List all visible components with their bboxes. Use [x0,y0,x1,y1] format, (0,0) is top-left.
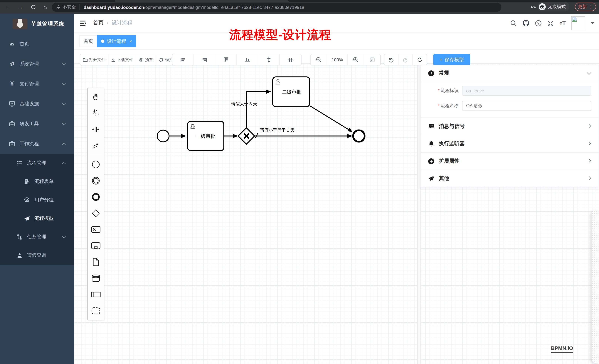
dashboard-icon [9,41,15,47]
global-connect-tool[interactable] [88,137,104,154]
sequence-flow-gt3[interactable] [247,92,271,128]
search-icon[interactable] [510,20,517,26]
sidebar-item-user-group[interactable]: 用户分组 [0,191,74,209]
sidebar-item-payment[interactable]: ¥ 支付管理 [0,74,74,94]
sidebar-item-workflow[interactable]: 工作流程 [0,134,74,154]
process-name-input[interactable] [462,101,591,111]
create-group[interactable] [88,303,104,319]
lasso-tool[interactable] [88,105,104,121]
panel-section-other[interactable]: 其他 [421,170,599,187]
panel-section-extensions[interactable]: 扩展属性 [421,152,599,170]
forward-icon[interactable]: → [16,2,26,12]
panel-section-listeners[interactable]: 执行监听器 [421,135,599,152]
download-file-label: 下载文件 [117,57,133,62]
message-icon [428,123,434,129]
undo-icon[interactable] [384,54,398,65]
panel-section-messages[interactable]: 消息与信号 [421,118,599,135]
download-icon [111,58,115,62]
create-data-store[interactable] [88,270,104,286]
tag-design-process[interactable]: 设计流程 × [97,35,136,47]
browser-tab[interactable] [115,0,289,2]
chevron-up-icon [62,162,66,164]
chevron-down-icon [587,70,591,76]
sidebar-item-leave-query[interactable]: 请假查询 [0,246,74,265]
breadcrumb-home[interactable]: 首页 [93,20,104,26]
open-file-button[interactable]: 打开文件 [80,54,108,65]
sidebar-item-process-form[interactable]: 流程表单 [0,172,74,191]
create-participant[interactable] [88,286,104,303]
kebab-menu-icon[interactable]: ⋮ [589,4,593,9]
user-task-level1[interactable]: 一级审批 [188,121,224,151]
zoom-toolbar: 100% [310,54,381,65]
create-subprocess[interactable] [88,238,104,254]
caret-down-icon[interactable] [591,22,595,26]
align-middle-icon[interactable] [258,54,280,65]
end-event[interactable] [353,130,365,142]
sidebar-item-system[interactable]: 系统管理 [0,54,74,74]
space-tool[interactable] [88,121,104,137]
bpmn-io-watermark[interactable]: BPMN.iO [551,345,573,353]
tag-home[interactable]: 首页 [79,35,97,47]
section-title: 执行监听器 [439,140,584,147]
zoom-in-icon[interactable] [348,54,364,65]
warning-icon [56,5,61,9]
github-icon[interactable] [523,20,530,27]
close-icon[interactable]: × [130,39,132,44]
preview-label: 预览 [145,57,153,62]
sidebar-item-devtools[interactable]: 研发工具 [0,114,74,134]
align-right-icon[interactable] [194,54,215,65]
font-size-icon[interactable]: ᴛT [560,20,566,26]
process-key-input[interactable] [462,86,591,96]
condition-label-down[interactable]: 请假小于等于 1 天 [260,128,295,133]
start-event[interactable] [157,130,169,142]
eye-icon [139,58,144,62]
sidebar-item-process-model[interactable]: 流程模型 [0,209,74,228]
hand-tool[interactable] [88,89,104,105]
fullscreen-icon[interactable] [547,20,554,26]
update-button[interactable]: 更新 ⋮ [575,3,596,11]
back-icon[interactable]: ← [3,2,13,12]
create-user-task[interactable] [88,221,104,238]
key-icon[interactable] [530,2,536,11]
redo-icon[interactable] [398,54,413,65]
avatar[interactable] [571,16,585,30]
panel-resize-column[interactable] [592,211,599,363]
svg-text:?: ? [537,21,539,25]
zoom-out-icon[interactable] [311,54,327,65]
send-icon [428,175,434,182]
align-left-icon[interactable] [172,54,194,65]
security-chip[interactable]: 不安全 [56,4,80,10]
sidebar-item-task-mgmt[interactable]: 任务管理 [0,228,74,246]
reload-icon[interactable] [28,2,38,12]
create-intermediate-event[interactable] [88,173,104,189]
download-file-button[interactable]: 下载文件 [108,54,136,65]
sequence-flow[interactable] [310,106,352,132]
user-task-level2[interactable]: 二级审批 [273,77,310,107]
exclusive-gateway[interactable] [238,128,255,144]
restart-icon[interactable] [413,54,427,65]
align-center-icon[interactable] [280,54,301,65]
align-top-icon[interactable] [215,54,237,65]
align-bottom-icon[interactable] [237,54,258,65]
create-end-event[interactable] [88,189,104,205]
zoom-level[interactable]: 100% [327,54,348,65]
fit-viewport-icon[interactable] [364,54,380,65]
address-bar[interactable]: 不安全 dashboard.yudao.iocoder.cn/bpm/manag… [52,3,501,12]
create-gateway[interactable] [88,205,104,221]
panel-section-general[interactable]: i 常规 [421,65,599,81]
create-start-event[interactable] [88,156,104,173]
create-data-object[interactable] [88,254,104,270]
sidebar-item-process-mgmt[interactable]: 流程管理 [0,154,74,172]
sidebar-logo[interactable]: 芋道管理系统 [0,14,74,34]
preview-button[interactable]: 预览 [136,54,156,65]
condition-label-up[interactable]: 请假大于 3 天 [231,102,257,106]
sidebar-item-label: 支付管理 [20,81,39,87]
help-icon[interactable]: ? [535,20,542,26]
collapse-menu-icon[interactable] [79,19,88,28]
save-model-button[interactable]: + 保存模型 [433,54,470,65]
home-icon[interactable]: ⌂ [40,2,50,12]
sidebar-item-infra[interactable]: 基础设施 [0,94,74,114]
incognito-icon [539,3,546,10]
sidebar-item-home[interactable]: 首页 [0,34,74,54]
bpmn-diagram[interactable]: 一级审批 请假小于等于 1 天 请假大于 3 天 [74,50,420,350]
